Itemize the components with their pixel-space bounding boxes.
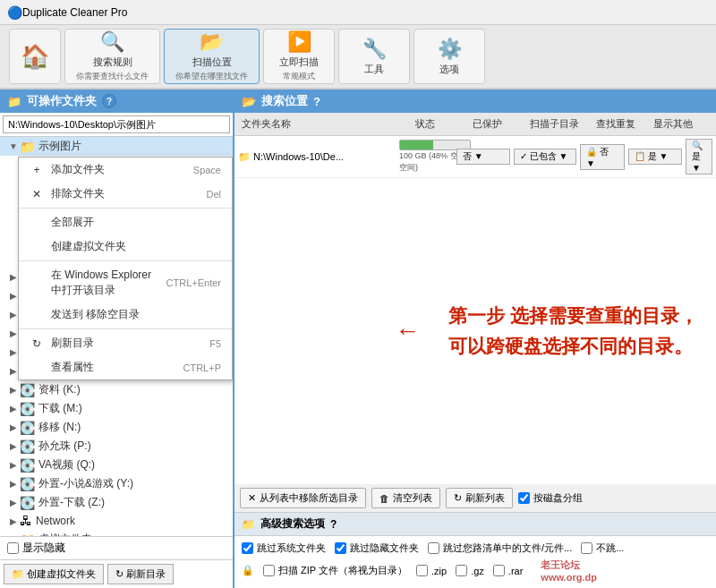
create-virtual-folder-button[interactable]: 📁 创建虚拟文件夹: [4, 564, 104, 584]
expand-icon: ▶: [7, 479, 20, 489]
home-button[interactable]: 🏠: [9, 29, 61, 84]
scan-zip-label[interactable]: 扫描 ZIP 文件（将视为目录）: [263, 564, 407, 577]
options-button[interactable]: ⚙️ 选项: [413, 29, 485, 84]
menu-item-properties[interactable]: 查看属性 CTRL+P: [19, 355, 232, 379]
rar-ext-checkbox[interactable]: [493, 565, 505, 576]
menu-item-open-explorer[interactable]: 在 Windows Explorer 中打开该目录 CTRL+Enter: [19, 263, 232, 303]
refresh-directory-button[interactable]: ↻ 刷新目录: [107, 564, 174, 584]
drive-icon: 💽: [20, 458, 35, 473]
skip-exclusion-checkbox[interactable]: [428, 542, 439, 554]
tree-item[interactable]: ▶ 💽 外置-小说&游戏 (Y:): [0, 474, 233, 493]
scan-zip-checkbox[interactable]: [263, 565, 275, 576]
right-help-button[interactable]: ?: [313, 95, 320, 108]
included-dropdown[interactable]: ✓ 已包含 ▼: [514, 149, 576, 165]
remove-selected-button[interactable]: ✕ 从列表中移除所选目录: [240, 488, 366, 508]
lock-icon: 🔒: [242, 565, 254, 576]
bottom-toolbar: ✕ 从列表中移除所选目录 🗑 清空列表 ↻ 刷新列表 按磁盘分组: [234, 484, 716, 513]
remove-icon: ✕: [248, 492, 256, 504]
expand-icon: ▼: [7, 141, 20, 151]
skip-hidden-label[interactable]: 跳过隐藏文件夹: [335, 541, 419, 555]
refresh-list-button[interactable]: ↻ 刷新列表: [446, 488, 513, 508]
tree-item[interactable]: ▶ 💽 资料 (K:): [0, 380, 233, 399]
expand-icon: ▶: [7, 422, 20, 432]
tree-item[interactable]: ▼ 📁 示例图片: [0, 137, 233, 156]
toolbar: 🏠 🔍 搜索规则 你需要查找什么文件 📂 扫描位置 你希望在哪里找文件 ▶️ 立…: [0, 25, 716, 89]
scan-now-button[interactable]: ▶️ 立即扫描 常规模式: [263, 29, 335, 84]
finddup-dropdown[interactable]: 📋 是 ▼: [628, 149, 682, 165]
folder-icon: 📁: [20, 140, 35, 154]
menu-item-send-to[interactable]: 发送到 移除空目录: [19, 303, 232, 327]
no-skip-label[interactable]: 不跳...: [581, 541, 624, 555]
tools-button[interactable]: 🔧 工具: [338, 29, 410, 84]
expand-icon: ▶: [7, 534, 20, 536]
scan-location-button[interactable]: 📂 扫描位置 你希望在哪里找文件: [164, 29, 260, 84]
table-row: 📁 N:\Windows-10\De... 100 GB (48% 空闲空间) …: [234, 136, 716, 178]
search-rules-button[interactable]: 🔍 搜索规则 你需要查找什么文件: [64, 29, 160, 84]
annotation-text: 第一步 选择需要查重的目录，可以跨硬盘选择不同的目录。: [448, 301, 698, 361]
group-by-disk-checkbox[interactable]: [518, 492, 530, 504]
left-panel-actions: 📁 创建虚拟文件夹 ↻ 刷新目录: [0, 559, 233, 588]
adv-row-zip: 🔒 扫描 ZIP 文件（将视为目录） .zip .gz: [242, 557, 709, 584]
show-hidden-label: 显示隐藏: [22, 541, 65, 556]
refresh-list-icon: ↻: [454, 492, 462, 504]
zip-ext-label[interactable]: .zip: [416, 565, 447, 576]
skip-hidden-checkbox[interactable]: [335, 542, 346, 554]
expand-icon: ▶: [7, 498, 20, 507]
clear-icon: 🗑: [379, 493, 389, 504]
virtual-folder-icon: 📁: [20, 533, 35, 537]
show-hidden-checkbox[interactable]: [7, 542, 19, 554]
menu-separator: [19, 328, 232, 329]
tree-item[interactable]: ▶ 💽 下载 (M:): [0, 399, 233, 418]
refresh-icon: ↻: [30, 337, 44, 350]
menu-item-exclude-folder[interactable]: ✕ 排除文件夹 Del: [19, 182, 232, 206]
tree-item-network[interactable]: ▶ 🖧 Network: [0, 512, 233, 530]
search-locations-header: 📂 搜索位置 ?: [234, 89, 716, 113]
tree-item[interactable]: ▶ 💽 VA视频 (Q:): [0, 456, 233, 474]
folder-path-bar: [0, 113, 233, 137]
gz-ext-checkbox[interactable]: [456, 565, 467, 576]
menu-separator: [19, 208, 232, 209]
scan-now-icon: ▶️: [287, 30, 311, 54]
skip-system-checkbox[interactable]: [242, 542, 253, 554]
tree-item[interactable]: ▶ 📁 虚拟文件夹: [0, 530, 233, 536]
menu-item-add-folder[interactable]: + 添加文件夹 Space: [19, 158, 232, 182]
left-panel: 📁 可操作文件夹 ? ▼ 📁 示例图片 ▶ 📁 文档: [0, 89, 234, 588]
app-icon: 🔵: [7, 5, 22, 20]
tree-item[interactable]: ▶ 💽 外置-下载 (Z:): [0, 493, 233, 512]
skip-system-label[interactable]: 跳过系统文件夹: [242, 541, 326, 555]
create-virtual-icon: 📁: [12, 568, 24, 580]
app-title: Duplicate Cleaner Pro: [22, 6, 127, 19]
skip-exclusion-label[interactable]: 跳过您路清单中的文件/元件...: [428, 541, 572, 555]
subdirs-dropdown[interactable]: 🔒 否 ▼: [580, 144, 625, 170]
menu-item-create-virtual[interactable]: 创建虚拟文件夹: [19, 234, 232, 259]
row-folder-icon: 📁: [238, 151, 251, 162]
adv-row: 跳过系统文件夹 跳过隐藏文件夹 跳过您路清单中的文件/元件... 不跳...: [242, 540, 709, 557]
exclude-icon: ✕: [30, 188, 44, 200]
menu-item-refresh[interactable]: ↻ 刷新目录 F5: [19, 331, 232, 355]
annotation-arrow: ←: [395, 317, 420, 345]
search-rules-icon: 🔍: [100, 30, 124, 54]
tree-item[interactable]: ▶ 💽 移移 (N:): [0, 418, 233, 437]
help-button[interactable]: ?: [102, 94, 116, 108]
zip-ext-checkbox[interactable]: [416, 565, 428, 576]
no-skip-checkbox[interactable]: [581, 542, 592, 554]
drive-icon: 💽: [20, 402, 35, 416]
left-panel-header: 📁 可操作文件夹 ?: [0, 89, 233, 113]
home-icon: 🏠: [21, 43, 49, 71]
group-by-disk-checkbox-label[interactable]: 按磁盘分组: [518, 491, 583, 505]
folder-path-input[interactable]: [3, 115, 230, 133]
protected-dropdown[interactable]: 否 ▼: [456, 149, 510, 165]
drive-icon: 💽: [20, 421, 35, 435]
adv-help-button[interactable]: ?: [330, 518, 337, 531]
menu-separator: [19, 260, 232, 261]
tools-icon: 🔧: [362, 38, 387, 61]
right-panel: 📂 搜索位置 ? 文件夹名称 状态 已保护 扫描子目录 查找重复 显示其他 📁 …: [234, 89, 716, 588]
drive-icon: 💽: [20, 383, 35, 397]
gz-ext-label[interactable]: .gz: [456, 565, 484, 576]
rar-ext-label[interactable]: .rar: [493, 565, 524, 576]
tree-item[interactable]: ▶ 💽 孙允珠 (P:): [0, 437, 233, 456]
menu-item-expand-all[interactable]: 全部展开: [19, 210, 232, 234]
display-dropdown[interactable]: 🔍 是 ▼: [686, 139, 712, 175]
clear-list-button[interactable]: 🗑 清空列表: [371, 488, 440, 508]
search-location-panel-icon: 📂: [242, 95, 256, 108]
